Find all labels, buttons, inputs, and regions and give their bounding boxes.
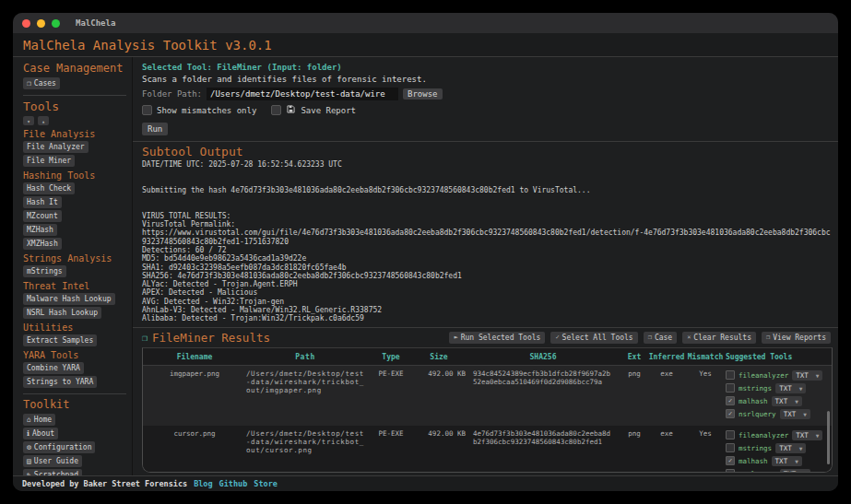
results-title: FileMiner Results	[152, 331, 270, 345]
sidebar-item-file-analyzer[interactable]: File Analyzer	[23, 141, 89, 153]
format-dropdown[interactable]: TXT▼	[775, 383, 806, 393]
folder-path-input[interactable]	[207, 88, 398, 100]
close-window-button[interactable]	[22, 19, 30, 28]
app-header: MalChela Analysis Toolkit v3.0.1	[13, 33, 838, 57]
blog-link[interactable]: Blog	[194, 479, 212, 488]
save-report-label: Save Report	[301, 106, 356, 115]
sidebar-item-extract-samples[interactable]: Extract Samples	[23, 334, 97, 346]
view-reports-button[interactable]: ❐ View Reports	[762, 332, 831, 344]
sidebar-item-user-guide[interactable]: ▤User Guide	[23, 455, 82, 467]
output-line: APEX: Detected - Malicious	[142, 288, 833, 297]
table-row: cursor.png /Users/dmetz/Desktop/test-dat…	[143, 426, 832, 473]
sidebar-item-strings-to-yara[interactable]: Strings to YARA	[23, 376, 97, 388]
output-line: Submitting the hash 4e76d73f3b303e481036…	[142, 186, 833, 194]
tool-checkbox[interactable]	[726, 443, 735, 452]
expand-all-button[interactable]: ▴	[38, 116, 49, 125]
zoom-window-button[interactable]	[52, 19, 60, 28]
save-report-checkbox[interactable]	[271, 105, 281, 115]
sidebar-item-hash-it[interactable]: Hash It	[23, 196, 62, 208]
tool-config-panel: Selected Tool: FileMiner (Input: folder)…	[142, 61, 833, 141]
browse-button[interactable]: Browse	[403, 88, 443, 100]
section-strings-analysis: Strings Analysis	[23, 253, 126, 264]
tool-checkbox[interactable]: ✓	[726, 456, 735, 465]
sidebar-item-file-miner[interactable]: File Miner	[23, 155, 75, 167]
sidebar-item-xmzhash[interactable]: XMZHash	[23, 238, 62, 250]
cell-inferred: exe	[648, 429, 685, 473]
format-dropdown[interactable]: TXT▼	[792, 370, 822, 381]
info-icon: ℹ	[27, 429, 30, 438]
content-area: Case Management ❐Cases Tools ▾ ▴ File An…	[13, 57, 838, 475]
github-link[interactable]: Github	[219, 479, 248, 488]
cell-filename: cursor.png	[148, 429, 241, 473]
format-dropdown[interactable]: TXT▼	[772, 396, 802, 406]
folder-path-label: Folder Path:	[142, 89, 202, 99]
tool-checkbox[interactable]	[726, 430, 735, 440]
sidebar-item-scratchpad[interactable]: ✎Scratchpad	[23, 469, 82, 475]
case-button[interactable]: ❐ Case	[644, 332, 677, 344]
sidebar-item-home[interactable]: ⌂Home	[23, 414, 55, 426]
cell-path: /Users/dmetz/Desktop/test-data/wireshark…	[246, 429, 364, 473]
format-dropdown[interactable]: TXT▼	[775, 443, 806, 453]
minimize-window-button[interactable]	[37, 19, 45, 28]
sidebar-item-cases[interactable]: ❐Cases	[23, 77, 60, 89]
panel-divider	[133, 141, 838, 142]
chevron-down-icon: ▼	[795, 397, 798, 405]
select-all-tools-button[interactable]: ✓ Select All Tools	[550, 332, 637, 344]
sidebar-item-mzcount[interactable]: MZcount	[23, 210, 62, 222]
sidebar-item-mzhash[interactable]: MZHash	[23, 224, 57, 236]
cell-path: /Users/dmetz/Desktop/test-data/wireshark…	[246, 369, 364, 422]
suggested-tool: ✓ malhash TXT▼	[726, 396, 826, 406]
subtool-output-console: DATE/TIME UTC: 2025-07-28 16:52:54.62323…	[142, 160, 833, 323]
output-line: VirusTotal Permalink:	[142, 220, 833, 229]
results-scrollbar[interactable]	[827, 411, 830, 464]
save-icon	[287, 105, 295, 115]
tool-checkbox[interactable]: ✓	[726, 396, 735, 405]
sidebar-item-nsrl-hash-lookup[interactable]: NSRL Hash Lookup	[23, 307, 101, 319]
sidebar-item-malware-hash-lookup[interactable]: Malware Hash Lookup	[23, 293, 115, 305]
sidebar-item-configuration[interactable]: ⚙Configuration	[23, 441, 95, 453]
app-window: MalChela MalChela Analysis Toolkit v3.0.…	[13, 13, 838, 491]
tool-checkbox[interactable]	[726, 469, 735, 473]
cell-ext: png	[621, 369, 648, 422]
output-line: ALYac: Detected - Trojan.Agent.ERPH	[142, 280, 833, 288]
output-line	[142, 178, 833, 186]
cell-suggested-tools: fileanalyzer TXT▼ mstrings TXT▼ ✓ malhas…	[726, 429, 826, 473]
results-table-header: Filename Path Type Size SHA256 Ext Infer…	[143, 348, 832, 366]
format-dropdown[interactable]: TXT▼	[772, 456, 802, 466]
output-line: AhnLab-V3: Detected - Malware/Win32.RL_G…	[142, 306, 833, 314]
results-icon: ❐	[142, 333, 148, 343]
format-dropdown[interactable]: TXT▼	[792, 430, 822, 440]
run-selected-tools-button[interactable]: ► Run Selected Tools	[449, 332, 545, 344]
tool-checkbox[interactable]: ✓	[726, 409, 735, 418]
output-line	[142, 169, 833, 177]
clear-results-button[interactable]: × Clear Results	[682, 332, 756, 344]
sidebar-divider	[23, 95, 126, 96]
col-type: Type	[370, 353, 412, 361]
sidebar-item-about[interactable]: ℹAbout	[23, 428, 58, 440]
chevron-up-icon: ▴	[41, 118, 45, 124]
footer-credit: Developed by Baker Street Forensics	[22, 479, 187, 488]
section-yara-tools: YARA Tools	[23, 350, 126, 360]
cases-icon: ❐	[27, 79, 31, 88]
tool-checkbox[interactable]	[726, 370, 735, 380]
tool-checkbox[interactable]	[726, 383, 735, 393]
section-threat-intel: Threat Intel	[23, 281, 126, 291]
main-panel: Selected Tool: FileMiner (Input: folder)…	[133, 57, 838, 475]
sidebar-item-mstrings[interactable]: mStrings	[23, 265, 66, 277]
output-line	[142, 194, 833, 203]
suggested-tool: fileanalyzer TXT▼	[726, 370, 826, 381]
sidebar-item-hash-check[interactable]: Hash Check	[23, 182, 75, 194]
suggested-tool: mstrings TXT▼	[726, 443, 826, 453]
store-link[interactable]: Store	[254, 479, 278, 488]
toolkit-header: Toolkit	[23, 398, 126, 411]
col-path: Path	[246, 353, 364, 361]
format-dropdown[interactable]: TXT▼	[780, 469, 810, 473]
show-mismatches-checkbox[interactable]	[142, 105, 152, 115]
book-icon: ▤	[27, 457, 31, 465]
run-button[interactable]: Run	[142, 123, 168, 135]
window-title: MalChela	[76, 18, 115, 28]
sidebar-item-combine-yara[interactable]: Combine YARA	[23, 362, 84, 374]
format-dropdown[interactable]: TXT▼	[780, 409, 810, 419]
show-mismatches-label: Show mismatches only	[157, 106, 256, 115]
collapse-all-button[interactable]: ▾	[23, 116, 34, 125]
